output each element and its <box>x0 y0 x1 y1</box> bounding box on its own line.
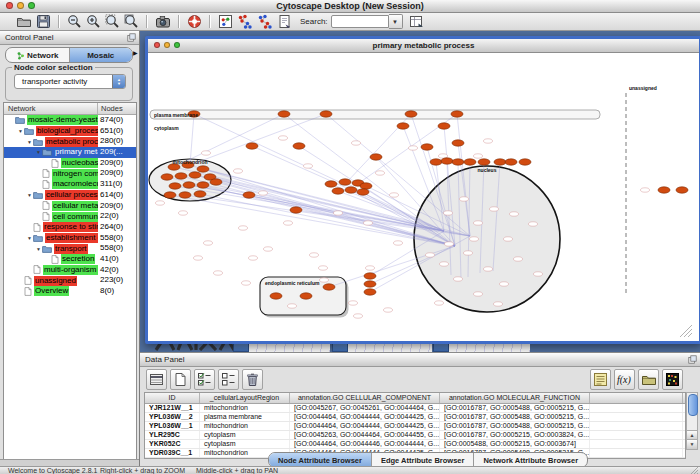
expand-triangle-icon[interactable]: ▼ <box>26 233 33 243</box>
tree-row-nitrogen-compo[interactable]: nitrogen compo209(0) <box>4 168 136 179</box>
graph-node-small[interactable] <box>194 256 203 260</box>
table-cell[interactable]: [GO:0005488, GO:0005215, GO:0003674] <box>440 440 590 448</box>
graph-node-small[interactable] <box>214 271 223 275</box>
graph-node[interactable] <box>175 173 187 179</box>
graph-node[interactable] <box>464 159 476 165</box>
tab-network[interactable]: Network <box>6 48 70 62</box>
expand-triangle-icon[interactable]: ▼ <box>26 137 33 147</box>
cell-id[interactable]: YJR121W__1 <box>145 404 200 412</box>
graph-node-small[interactable] <box>444 211 453 215</box>
window-titlebar[interactable]: Cytoscape Desktop (New Session) <box>0 0 700 13</box>
tree-column-nodes[interactable]: Nodes <box>101 104 123 113</box>
cell-id[interactable]: YKR052C <box>145 440 200 448</box>
graph-node[interactable] <box>320 111 332 117</box>
table-row-yjr121w__1[interactable]: YJR121W__1mitochondrion[GO:0045267, GO:0… <box>145 404 685 413</box>
graph-node-small[interactable] <box>319 266 328 270</box>
save-icon[interactable] <box>36 14 51 30</box>
zoom-selected-icon[interactable] <box>105 14 120 30</box>
tree-row-unassigned[interactable]: unassigned223(0) <box>4 275 136 286</box>
graph-node-small[interactable] <box>641 188 650 192</box>
graph-node[interactable] <box>278 111 290 117</box>
graph-node-small[interactable] <box>484 267 493 271</box>
help-icon[interactable] <box>187 14 202 30</box>
graph-node-small[interactable] <box>242 281 251 285</box>
tree-row-cell-communicat[interactable]: cell communicat22(0) <box>4 211 136 222</box>
graph-node-small[interactable] <box>259 191 268 195</box>
graph-node-small[interactable] <box>440 262 449 266</box>
tree-column-network[interactable]: Network <box>8 104 36 113</box>
unselect-attributes-button[interactable] <box>218 369 239 390</box>
graph-node[interactable] <box>197 182 209 188</box>
tree-row-secretion[interactable]: secretion41(0) <box>4 254 136 265</box>
expand-triangle-icon[interactable]: ▼ <box>17 126 24 136</box>
graph-node-small[interactable] <box>464 251 473 255</box>
table-cell[interactable]: mitochondrion <box>200 422 290 430</box>
graph-node[interactable] <box>452 159 464 165</box>
graph-node-small[interactable] <box>500 282 509 286</box>
graph-node[interactable] <box>161 174 173 180</box>
tree-row-transport[interactable]: ▼transport558(0) <box>4 243 136 254</box>
import-attributes-button[interactable] <box>638 369 659 390</box>
graph-node[interactable] <box>197 166 209 172</box>
table-cell[interactable] <box>590 422 683 430</box>
snapshot-icon[interactable] <box>155 14 171 30</box>
tab-edge-attribute-browser[interactable]: Edge Attribute Browser <box>372 453 474 467</box>
table-row-ylr295c[interactable]: YLR295Ccytoplasm[GO:0045263, GO:0044464,… <box>145 431 685 440</box>
graph-node-small[interactable] <box>264 247 273 251</box>
graph-node[interactable] <box>164 192 176 198</box>
graph-node[interactable] <box>452 140 464 146</box>
graph-node[interactable] <box>243 192 255 198</box>
column-header-annotation-go-cellular-component[interactable]: annotation.GO CELLULAR_COMPONENT <box>290 393 440 403</box>
graph-node[interactable] <box>194 191 206 197</box>
tree-row-metabolic-process[interactable]: ▼metabolic process280(0) <box>4 136 136 147</box>
graph-node[interactable] <box>270 293 282 299</box>
table-row-ypl036w__1[interactable]: YPL036W__1mitochondrion[GO:0044464, GO:0… <box>145 422 685 431</box>
column-header-annotation-go-molecular-function[interactable]: annotation.GO MOLECULAR_FUNCTION <box>440 393 590 403</box>
table-cell[interactable] <box>590 404 683 412</box>
tab-network-attribute-browser[interactable]: Network Attribute Browser <box>474 453 587 467</box>
graph-node[interactable] <box>494 159 506 165</box>
table-cell[interactable]: [GO:0016787, GO:0005488, GO:0005215, G..… <box>440 404 590 412</box>
open-file-icon[interactable] <box>16 14 32 30</box>
scroll-down-arrow[interactable]: ▼ <box>687 439 697 449</box>
graph-node[interactable] <box>293 143 305 149</box>
cell-id[interactable]: YDR039C__1 <box>145 449 200 457</box>
tab-overflow-arrow[interactable]: ▶ <box>133 49 138 56</box>
zoom-in-icon[interactable] <box>86 14 101 30</box>
attribute-matrix-button[interactable] <box>662 369 683 390</box>
table-cell[interactable]: [GO:0044464, GO:0044446, GO:0044444, G..… <box>290 440 440 448</box>
graph-node-small[interactable] <box>179 211 188 215</box>
graph-node-small[interactable] <box>304 164 313 168</box>
graph-node-small[interactable] <box>234 169 243 173</box>
graph-node-small[interactable] <box>384 308 393 312</box>
tree-row-cellular-metabo[interactable]: cellular metabo209(0) <box>4 201 136 212</box>
cell-id[interactable]: YPL036W__1 <box>145 422 200 430</box>
graph-node-small[interactable] <box>514 257 523 261</box>
graph-node-small[interactable] <box>390 193 399 197</box>
graph-node[interactable] <box>364 273 376 279</box>
graph-node[interactable] <box>519 159 531 165</box>
graph-node[interactable] <box>364 289 376 295</box>
graph-node[interactable] <box>505 159 517 165</box>
graph-node[interactable] <box>179 192 191 198</box>
network-view-window[interactable]: primary metabolic process plasma membran… <box>145 36 700 344</box>
graph-node-small[interactable] <box>504 237 513 241</box>
graph-node-small[interactable] <box>474 292 483 296</box>
graph-node-small[interactable] <box>204 241 213 245</box>
graph-node[interactable] <box>325 181 337 187</box>
graph-node-small[interactable] <box>366 266 375 270</box>
graph-node[interactable] <box>183 182 195 188</box>
graph-node[interactable] <box>676 187 688 193</box>
graph-node[interactable] <box>441 158 453 164</box>
table-cell[interactable]: plasma membrane <box>200 413 290 421</box>
frame-resize-grip[interactable] <box>680 325 692 337</box>
graph-node-small[interactable] <box>354 314 363 318</box>
tree-row-response-to-stimulu[interactable]: response to stimulu264(0) <box>4 222 136 233</box>
graph-node-small[interactable] <box>529 222 538 226</box>
table-cell[interactable]: [GO:0016787, GO:0005488, GO:0005215, G..… <box>440 422 590 430</box>
row-table-button[interactable] <box>146 369 167 390</box>
table-cell[interactable]: [GO:0016787, GO:0005488, GO:0005215, G..… <box>440 413 590 421</box>
graph-node-small[interactable] <box>474 221 483 225</box>
delete-attribute-button[interactable] <box>242 369 263 390</box>
table-cell[interactable] <box>590 413 683 421</box>
